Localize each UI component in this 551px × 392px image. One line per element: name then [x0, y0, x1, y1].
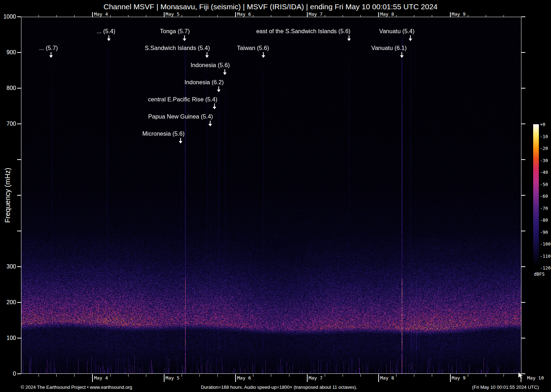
- down-arrow-icon: [401, 52, 402, 55]
- down-arrow-head-icon: [49, 55, 53, 58]
- event-label: ... (5.4): [97, 28, 115, 35]
- y-tick-right: [521, 88, 525, 89]
- x-tick-minor-top: [182, 15, 182, 17]
- down-arrow-icon: [224, 69, 225, 72]
- x-tick-minor-bottom: [343, 374, 343, 377]
- x-tick-minor-top: [146, 15, 146, 17]
- x-tick-label-bottom: May 4: [94, 375, 108, 381]
- event-label: Tonga (5.7): [160, 28, 189, 35]
- event-label: east of the S.Sandwich Islands (5.6): [256, 28, 350, 35]
- footer-copyright: © 2024 The Earthsound Project • www.eart…: [21, 385, 132, 390]
- y-tick-label: 900: [0, 49, 16, 56]
- x-tick-minor-top: [217, 15, 218, 17]
- x-tick-minor-bottom: [74, 374, 75, 377]
- mouse-cursor-icon: [518, 372, 524, 380]
- y-tick-right: [521, 124, 525, 124]
- colorbar-tick-label: -80: [540, 217, 548, 223]
- x-tick-minor-bottom: [39, 374, 39, 377]
- x-tick-minor-bottom: [414, 374, 414, 377]
- down-arrow-head-icon: [400, 55, 404, 58]
- down-arrow-icon: [180, 138, 181, 141]
- down-arrow-head-icon: [217, 90, 221, 92]
- y-tick-left: [17, 159, 21, 160]
- y-tick-right: [521, 16, 525, 17]
- footer-end-time: (Fri May 10 00:01:55 2024 UTC): [472, 385, 539, 390]
- x-tick-minor-top: [414, 15, 414, 17]
- y-tick-right: [521, 338, 525, 338]
- y-tick-right: [521, 52, 525, 53]
- colorbar-tick-label: -100: [540, 241, 551, 247]
- event-label: Indonesia (5.6): [191, 62, 230, 69]
- x-tick-major-top: [164, 12, 165, 17]
- y-tick-right: [521, 231, 525, 231]
- down-arrow-icon: [349, 35, 349, 39]
- x-tick-minor-top: [343, 15, 343, 17]
- y-tick-label: 200: [0, 299, 16, 306]
- x-tick-minor-top: [199, 15, 200, 17]
- x-tick-label-bottom: May 7: [309, 375, 323, 381]
- chart-title: Channel MSVF | Monasavu, Fiji (seismic) …: [103, 2, 438, 11]
- x-tick-minor-bottom: [325, 374, 325, 377]
- down-arrow-icon: [263, 52, 264, 55]
- down-arrow-icon: [214, 104, 215, 107]
- colorbar-unit: dBFS: [534, 271, 545, 277]
- colorbar-tick-label: -40: [540, 170, 548, 175]
- y-tick-left: [17, 302, 21, 303]
- x-tick-minor-top: [56, 15, 57, 17]
- x-tick-minor-bottom: [199, 374, 200, 377]
- x-tick-label-top: May 5: [166, 11, 180, 17]
- x-tick-label-top: May 4: [94, 11, 108, 17]
- x-tick-minor-bottom: [289, 374, 289, 377]
- down-arrow-icon: [184, 35, 185, 39]
- x-tick-minor-top: [128, 15, 128, 17]
- x-tick-minor-bottom: [253, 374, 253, 377]
- x-tick-label-top: May 8: [380, 11, 394, 17]
- x-tick-minor-bottom: [432, 374, 432, 377]
- event-label: Vanuatu (5.4): [379, 28, 415, 35]
- y-tick-right: [521, 266, 525, 267]
- down-arrow-head-icon: [213, 107, 216, 109]
- x-tick-minor-bottom: [396, 374, 396, 377]
- x-tick-minor-bottom: [110, 374, 111, 377]
- y-tick-label: 100: [0, 335, 16, 341]
- event-label: central E.Pacific Rise (5.4): [148, 96, 217, 103]
- y-tick-right: [521, 159, 525, 160]
- x-tick-minor-bottom: [146, 374, 146, 377]
- down-arrow-head-icon: [107, 39, 111, 41]
- event-label: Micronesia (5.6): [142, 130, 184, 137]
- x-tick-minor-top: [504, 15, 504, 17]
- down-arrow-head-icon: [205, 55, 209, 58]
- colorbar-gradient: [533, 124, 539, 268]
- y-tick-left: [17, 266, 21, 267]
- footer-duration: Duration=168 hours. Audio speed-up=1800×…: [201, 385, 357, 390]
- x-tick-minor-top: [396, 15, 396, 17]
- event-label: Indonesia (6.2): [184, 79, 224, 86]
- x-tick-major-bottom: [307, 374, 308, 382]
- colorbar-tick-label: -50: [540, 182, 548, 187]
- colorbar-tick-label: +0: [540, 122, 545, 127]
- x-tick-minor-top: [110, 15, 111, 17]
- y-tick-left: [17, 338, 21, 338]
- x-tick-minor-top: [271, 15, 271, 17]
- x-tick-label-bottom: May 5: [166, 375, 180, 381]
- spectrogram-canvas: [21, 17, 521, 374]
- x-tick-minor-bottom: [504, 374, 504, 377]
- down-arrow-icon: [207, 52, 207, 55]
- colorbar-tick-label: -30: [540, 158, 548, 163]
- x-tick-label-top: May 6: [237, 11, 251, 17]
- y-tick-label: 800: [0, 85, 16, 91]
- event-label: ... (5.7): [39, 45, 58, 51]
- y-tick-left: [17, 16, 21, 17]
- x-tick-minor-top: [39, 15, 39, 17]
- down-arrow-head-icon: [409, 39, 412, 41]
- y-tick-label: 0: [0, 371, 16, 377]
- y-axis-title: Frequency (mHz): [4, 168, 12, 223]
- down-arrow-icon: [108, 35, 109, 39]
- y-tick-left: [17, 195, 21, 196]
- x-tick-minor-top: [74, 15, 75, 17]
- event-label: Vanuatu (6.1): [371, 45, 407, 51]
- event-label: S.Sandwich Islands (5.4): [145, 45, 210, 51]
- down-arrow-icon: [218, 86, 219, 90]
- x-tick-minor-top: [360, 15, 361, 17]
- x-tick-minor-top: [486, 15, 486, 17]
